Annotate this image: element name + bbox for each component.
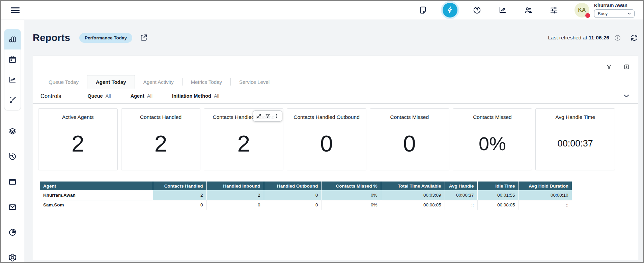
sidebar-report-group bbox=[4, 29, 21, 110]
col-avg-handle[interactable]: Avg Handle bbox=[445, 182, 477, 190]
kpi-card-contacts-handled-inbound[interactable]: Contacts Handled Inbound 2 bbox=[204, 108, 283, 170]
col-total-time-available[interactable]: Total Time Available bbox=[381, 182, 445, 190]
tab-agent-activity[interactable]: Agent Activity bbox=[135, 75, 182, 89]
user-block: KA Khurram Awan Busy bbox=[575, 3, 635, 18]
col-contacts-handled[interactable]: Contacts Handled bbox=[153, 182, 206, 190]
download-icon[interactable] bbox=[622, 63, 631, 71]
sidebar-item-bar-chart[interactable] bbox=[4, 29, 21, 50]
chevron-down-icon bbox=[627, 11, 632, 16]
app-window: KA Khurram Awan Busy bbox=[0, 0, 644, 263]
table-header-row: Agent Contacts Handled Handled Inbound H… bbox=[40, 182, 572, 190]
bar-chart-icon bbox=[8, 35, 17, 44]
layers-icon bbox=[8, 127, 17, 136]
sidebar-item-layers[interactable] bbox=[4, 127, 21, 136]
last-refreshed-time: 11:06:26 bbox=[589, 35, 609, 40]
page-header: Reports Performance Today Last refreshed… bbox=[33, 20, 638, 56]
last-refreshed-text: Last refreshed at 11:06:26 bbox=[548, 35, 609, 41]
kpi-value: 0 bbox=[403, 130, 416, 157]
info-icon[interactable] bbox=[613, 34, 621, 42]
kpi-value: 00:00:37 bbox=[558, 138, 593, 149]
cell-agent: Sam.Som bbox=[40, 200, 153, 210]
calendar-icon bbox=[8, 55, 17, 64]
filter-queue[interactable]: Queue All bbox=[87, 93, 111, 99]
filter-initiation-method[interactable]: Initiation Method All bbox=[172, 93, 219, 99]
agent-metrics-table: Agent Contacts Handled Handled Inbound H… bbox=[40, 182, 572, 210]
topbar-icons bbox=[419, 1, 558, 19]
sidebar-item-settings[interactable] bbox=[4, 253, 21, 262]
expand-icon[interactable] bbox=[256, 113, 262, 119]
sidebar bbox=[1, 20, 24, 262]
user-name: Khurram Awan bbox=[594, 3, 635, 8]
kpi-card-contacts-missed-pct[interactable]: Contacts Missed 0% bbox=[453, 108, 532, 170]
page-title: Reports bbox=[33, 32, 70, 43]
open-external-icon[interactable] bbox=[140, 34, 148, 42]
browser-icon bbox=[8, 177, 17, 186]
col-avg-hold-duration[interactable]: Avg Hold Duration bbox=[519, 182, 572, 190]
kpi-card-active-agents[interactable]: Active Agents 2 bbox=[38, 108, 118, 170]
sidebar-item-browser[interactable] bbox=[4, 177, 21, 186]
avatar-initials: KA bbox=[578, 7, 586, 13]
avatar[interactable]: KA bbox=[575, 3, 589, 18]
col-handled-outbound[interactable]: Handled Outbound bbox=[264, 182, 321, 190]
kpi-value: 2 bbox=[237, 130, 250, 157]
boost-lightning-icon[interactable] bbox=[441, 1, 459, 19]
tab-queue-today[interactable]: Queue Today bbox=[40, 75, 87, 89]
hamburger-menu-icon[interactable] bbox=[11, 6, 20, 14]
report-panel: Queue Today Agent Today Agent Activity M… bbox=[33, 56, 638, 260]
tab-service-level[interactable]: Service Level bbox=[231, 75, 278, 89]
brush-icon bbox=[8, 96, 17, 104]
tab-agent-today[interactable]: Agent Today bbox=[87, 75, 135, 89]
table-row[interactable]: Sam.Som 0 0 0 0% 00:08:05 :: 00:08:05 :: bbox=[40, 200, 572, 210]
top-bar: KA Khurram Awan Busy bbox=[1, 1, 643, 20]
col-agent[interactable]: Agent bbox=[40, 182, 153, 190]
sidebar-item-line-chart[interactable] bbox=[4, 70, 21, 90]
kpi-value: 2 bbox=[72, 130, 84, 157]
sidebar-item-pie-chart[interactable] bbox=[4, 228, 21, 237]
line-chart-icon bbox=[8, 75, 17, 84]
controls-label: Controls bbox=[40, 93, 61, 99]
kpi-cards-row: Active Agents 2 Contacts Handled 2 Conta… bbox=[38, 108, 615, 170]
status-select-value: Busy bbox=[598, 11, 608, 16]
gear-icon bbox=[8, 253, 17, 262]
filter-icon[interactable] bbox=[264, 113, 271, 119]
panel-tools bbox=[605, 63, 631, 71]
refresh-icon[interactable] bbox=[630, 34, 638, 42]
filter-icon[interactable] bbox=[605, 63, 613, 71]
kpi-card-contacts-missed[interactable]: Contacts Missed 0 bbox=[370, 108, 449, 170]
kpi-card-avg-handle-time[interactable]: Avg Handle Time 00:00:37 bbox=[535, 108, 615, 170]
contacts-people-icon[interactable] bbox=[524, 6, 533, 14]
col-handled-inbound[interactable]: Handled Inbound bbox=[206, 182, 264, 190]
kpi-card-contacts-handled-outbound[interactable]: Contacts Handled Outbound 0 bbox=[287, 108, 366, 170]
settings-sliders-icon[interactable] bbox=[550, 6, 558, 14]
sidebar-item-calendar[interactable] bbox=[4, 50, 21, 70]
kpi-value: 0 bbox=[320, 130, 333, 157]
sidebar-item-history[interactable] bbox=[4, 152, 21, 161]
status-select[interactable]: Busy bbox=[594, 9, 635, 18]
filter-agent[interactable]: Agent All bbox=[131, 93, 152, 99]
metrics-chart-icon[interactable] bbox=[498, 6, 507, 14]
pie-chart-icon bbox=[8, 228, 17, 237]
col-contacts-missed-pct[interactable]: Contacts Missed % bbox=[321, 182, 381, 190]
status-dot bbox=[585, 13, 590, 18]
kpi-value: 0% bbox=[479, 133, 506, 155]
table-row[interactable]: Khurram.Awan 2 2 0 0% 00:03:09 00:00:37 … bbox=[40, 190, 572, 200]
card-hover-toolbar bbox=[253, 110, 282, 122]
mail-icon bbox=[8, 203, 17, 211]
history-icon bbox=[8, 152, 17, 161]
sidebar-item-mail[interactable] bbox=[4, 203, 21, 211]
col-idle-time[interactable]: Idle Time bbox=[477, 182, 519, 190]
collapse-controls-chevron-icon[interactable] bbox=[622, 92, 631, 100]
kebab-menu-icon[interactable] bbox=[273, 113, 279, 119]
sidebar-item-brush[interactable] bbox=[4, 90, 21, 110]
tab-metrics-today[interactable]: Metrics Today bbox=[183, 75, 230, 89]
kpi-card-contacts-handled[interactable]: Contacts Handled 2 bbox=[121, 108, 201, 170]
notes-icon[interactable] bbox=[419, 6, 427, 14]
cell-agent: Khurram.Awan bbox=[40, 190, 153, 200]
help-icon[interactable] bbox=[473, 6, 481, 14]
controls-row: Controls Queue All Agent All Initiation … bbox=[33, 89, 638, 104]
main-content: Reports Performance Today Last refreshed… bbox=[24, 20, 643, 262]
report-badge[interactable]: Performance Today bbox=[79, 33, 132, 43]
kpi-value: 2 bbox=[155, 130, 167, 157]
refresh-group: Last refreshed at 11:06:26 bbox=[548, 34, 638, 42]
report-tabs: Queue Today Agent Today Agent Activity M… bbox=[40, 75, 638, 89]
